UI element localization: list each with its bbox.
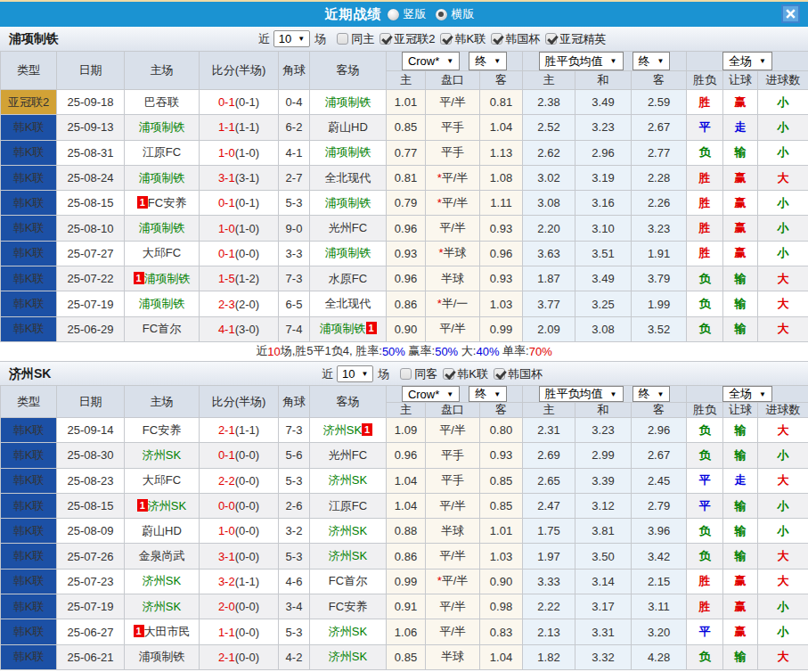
handicap-result-cell: 赢 <box>723 569 758 594</box>
subcolumn-header-crow-handicap: 盘口 <box>426 71 480 90</box>
odds-source-dropdown[interactable]: 终▼ <box>469 386 507 402</box>
corner-cell: 7-4 <box>279 316 310 341</box>
league-cell: 韩K联 <box>1 544 57 569</box>
home-team-cell: 1浦项制铁 <box>125 266 200 291</box>
score-cell: 1-0(1-0) <box>200 216 279 241</box>
titlebar: 近期战绩 竖版横版 <box>0 2 808 27</box>
chevron-down-icon: ▼ <box>298 35 305 43</box>
odds-away-cell: 0.85 <box>480 493 523 518</box>
close-button[interactable] <box>781 4 800 23</box>
games-count-value: 10 <box>279 32 291 45</box>
team-name: 光州FC <box>329 221 367 234</box>
odds-source-dropdown[interactable]: 终▼ <box>633 386 671 402</box>
winloss-result-cell: 平 <box>687 468 723 493</box>
filter-checkbox-item[interactable]: 同客 <box>395 366 437 382</box>
handicap-result-cell: 输 <box>723 644 758 669</box>
odds-away-cell: 1.03 <box>480 544 523 569</box>
handicap-text: 半球 <box>441 650 464 663</box>
games-count-select[interactable]: 10▼ <box>273 30 310 47</box>
goals-result-cell: 小 <box>758 619 808 644</box>
checkbox-icon[interactable] <box>380 33 391 45</box>
team-name: 蔚山HD <box>328 120 368 134</box>
subcolumn-header-crow-away: 客 <box>480 71 523 90</box>
away-team-cell: 光州FC <box>310 216 387 241</box>
avg-away-cell: 3.42 <box>632 544 687 569</box>
layout-radio-horizontal[interactable]: 横版 <box>436 6 475 22</box>
winloss-result-cell: 负 <box>687 316 723 341</box>
home-team-cell: 1FC安养 <box>125 191 200 216</box>
recent-results-panel: 近期战绩 竖版横版 浦项制铁 近10▼场同主亚冠联2韩K联韩国杯亚冠精英 类型日… <box>0 0 808 672</box>
home-team-cell: FC首尔 <box>125 316 200 341</box>
layout-radio-vertical[interactable]: 竖版 <box>388 6 427 22</box>
home-team-cell: 金泉尚武 <box>125 544 200 569</box>
home-team-cell: 浦项制铁 <box>125 644 200 669</box>
filter-checkbox-item[interactable]: 同主 <box>331 31 374 47</box>
filter-checkbox-item[interactable]: 亚冠联2 <box>374 31 435 47</box>
checkbox-icon[interactable] <box>400 368 412 380</box>
league-cell: 韩K联 <box>1 644 57 669</box>
odds-away-cell: 0.83 <box>480 619 523 644</box>
corner-cell: 4-6 <box>279 569 310 594</box>
filter-checkbox-item[interactable]: 韩K联 <box>435 31 486 47</box>
filter-checkbox-item[interactable]: 韩K联 <box>437 366 488 382</box>
filter-checkbox-item[interactable]: 韩国杯 <box>488 366 543 382</box>
team-title: 济州SK <box>9 366 51 382</box>
fulltime-score: 1-0 <box>218 222 235 235</box>
checkbox-icon[interactable] <box>337 33 348 45</box>
fulltime-score: 3-1 <box>218 171 235 184</box>
odds-source-dropdown[interactable]: 胜平负均值▼ <box>539 386 624 402</box>
home-team-cell: 1大田市民 <box>125 619 200 644</box>
odds-home-cell: 0.93 <box>387 241 426 266</box>
avg-draw-cell: 3.10 <box>575 216 632 241</box>
avg-away-cell: 2.59 <box>632 90 687 115</box>
fulltime-score: 2-1 <box>218 651 235 664</box>
avg-draw-cell: 3.51 <box>575 241 632 266</box>
checkbox-icon[interactable] <box>443 368 454 380</box>
date-cell: 25-08-09 <box>57 519 125 544</box>
winloss-result-cell: 胜 <box>687 569 723 594</box>
fulltime-score: 1-5 <box>218 272 235 285</box>
chevron-down-icon: ▼ <box>759 390 766 398</box>
odds-source-dropdown[interactable]: 胜平负均值▼ <box>539 52 624 70</box>
odds-source-dropdown[interactable]: 终▼ <box>469 52 507 70</box>
dropdown-value: 终 <box>639 53 650 70</box>
odds-source-dropdown[interactable]: Crow*▼ <box>402 386 460 402</box>
odds-source-dropdown[interactable]: Crow*▼ <box>402 52 460 70</box>
games-count-select[interactable]: 10▼ <box>337 365 373 382</box>
team-name: 济州SK <box>148 499 186 512</box>
odds-source-dropdown[interactable]: 全场▼ <box>722 52 772 70</box>
home-team-cell: 浦项制铁 <box>125 165 200 190</box>
goals-result-cell: 大 <box>758 291 808 316</box>
checkbox-icon[interactable] <box>491 33 502 45</box>
column-header-home: 主场 <box>125 52 200 90</box>
avg-draw-cell: 3.25 <box>575 291 632 316</box>
filter-checkbox-item[interactable]: 韩国杯 <box>486 31 540 47</box>
odds-source-dropdown[interactable]: 全场▼ <box>722 386 772 402</box>
table-row: 韩K联25-07-27大邱FC0-1(0-0)3-3浦项制铁0.93*半球0.9… <box>1 241 808 266</box>
date-cell: 25-08-24 <box>57 165 125 190</box>
corner-cell: 3-4 <box>279 594 310 619</box>
goals-result-cell: 大 <box>758 165 808 190</box>
handicap-text: 平手 <box>441 145 464 159</box>
checkbox-icon[interactable] <box>440 33 452 45</box>
table-row: 韩K联25-09-13浦项制铁1-1(1-1)6-2蔚山HD0.85平手1.04… <box>1 115 808 140</box>
dropdown-value: Crow* <box>408 54 439 68</box>
avg-home-cell: 3.77 <box>523 291 575 316</box>
away-team-cell: 浦项制铁 <box>310 191 387 216</box>
odds-source-dropdown[interactable]: 终▼ <box>633 52 671 70</box>
odds-home-cell: 0.79 <box>387 191 426 216</box>
column-header-corner: 角球 <box>279 52 310 90</box>
date-cell: 25-07-22 <box>57 266 125 291</box>
handicap-cell: *半球 <box>426 241 480 266</box>
odds-home-cell: 0.96 <box>387 443 426 468</box>
odds-group-header: Crow*▼终▼ <box>387 52 523 71</box>
handicap-text: 平/半 <box>439 221 466 234</box>
home-team-cell: 巴吞联 <box>125 90 200 115</box>
filter-checkbox-item[interactable]: 亚冠精英 <box>540 31 606 47</box>
handicap-text: 半球 <box>441 524 464 537</box>
table-row: 韩K联25-08-23大邱FC2-2(0-0)5-3济州SK1.04平手0.85… <box>1 468 808 493</box>
checkbox-icon[interactable] <box>545 33 557 45</box>
team-name: FC首尔 <box>143 322 181 335</box>
checkbox-icon[interactable] <box>494 368 505 380</box>
handicap-result-cell: 输 <box>723 443 758 468</box>
